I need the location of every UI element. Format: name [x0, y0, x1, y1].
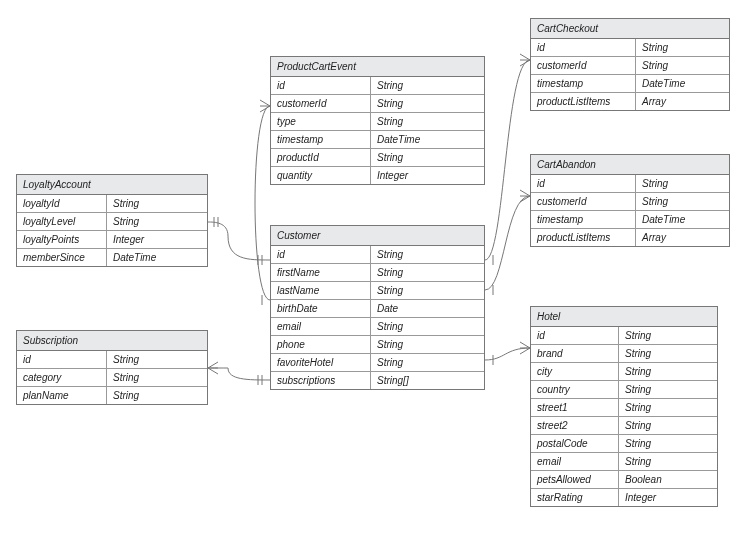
attribute-row: brandString — [531, 344, 717, 362]
attribute-row: starRatingInteger — [531, 488, 717, 506]
attribute-row: street1String — [531, 398, 717, 416]
attribute-row: countryString — [531, 380, 717, 398]
attribute-row: customerIdString — [531, 56, 729, 74]
attribute-name: category — [17, 369, 107, 386]
attribute-name: customerId — [271, 95, 371, 112]
attribute-row: customerIdString — [271, 94, 484, 112]
attribute-row: street2String — [531, 416, 717, 434]
attribute-name: timestamp — [531, 211, 636, 228]
attribute-type: String — [619, 327, 717, 344]
attribute-type: String — [371, 282, 484, 299]
attribute-name: country — [531, 381, 619, 398]
rel-customer-hotel — [485, 348, 530, 360]
attribute-type: String — [371, 95, 484, 112]
attribute-type: DateTime — [636, 211, 729, 228]
attribute-row: loyaltyPointsInteger — [17, 230, 207, 248]
attribute-type: String — [371, 318, 484, 335]
attribute-row: timestampDateTime — [531, 74, 729, 92]
entity-attributes: idStringbrandStringcityStringcountryStri… — [531, 327, 717, 506]
attribute-row: idString — [531, 39, 729, 56]
entity-product-cart-event: ProductCartEventidStringcustomerIdString… — [270, 56, 485, 185]
attribute-row: planNameString — [17, 386, 207, 404]
entity-attributes: idStringfirstNameStringlastNameStringbir… — [271, 246, 484, 389]
attribute-row: typeString — [271, 112, 484, 130]
attribute-type: String — [619, 381, 717, 398]
attribute-name: street2 — [531, 417, 619, 434]
attribute-type: DateTime — [107, 249, 207, 266]
attribute-row: loyaltyLevelString — [17, 212, 207, 230]
attribute-name: id — [531, 39, 636, 56]
attribute-row: customerIdString — [531, 192, 729, 210]
attribute-row: timestampDateTime — [531, 210, 729, 228]
attribute-type: Integer — [371, 167, 484, 184]
attribute-row: postalCodeString — [531, 434, 717, 452]
attribute-name: id — [17, 351, 107, 368]
attribute-name: customerId — [531, 57, 636, 74]
entity-customer: CustomeridStringfirstNameStringlastNameS… — [270, 225, 485, 390]
attribute-type: Boolean — [619, 471, 717, 488]
attribute-type: String — [619, 453, 717, 470]
attribute-row: idString — [271, 77, 484, 94]
attribute-type: String — [619, 417, 717, 434]
entity-title: Subscription — [17, 331, 207, 351]
entity-title: CartAbandon — [531, 155, 729, 175]
attribute-type: String — [636, 193, 729, 210]
entity-cart-abandon: CartAbandonidStringcustomerIdStringtimes… — [530, 154, 730, 247]
entity-title: Customer — [271, 226, 484, 246]
attribute-name: favoriteHotel — [271, 354, 371, 371]
attribute-type: String — [371, 149, 484, 166]
attribute-name: lastName — [271, 282, 371, 299]
attribute-type: String — [636, 175, 729, 192]
attribute-name: productListItems — [531, 93, 636, 110]
attribute-type: Array — [636, 229, 729, 246]
entity-attributes: idStringcustomerIdStringtimestampDateTim… — [531, 175, 729, 246]
attribute-name: phone — [271, 336, 371, 353]
attribute-type: String — [371, 113, 484, 130]
rel-customer-pce — [255, 106, 270, 300]
attribute-type: String[] — [371, 372, 484, 389]
attribute-name: brand — [531, 345, 619, 362]
attribute-row: productListItemsArray — [531, 228, 729, 246]
attribute-type: String — [371, 77, 484, 94]
attribute-row: phoneString — [271, 335, 484, 353]
attribute-type: Date — [371, 300, 484, 317]
attribute-type: Integer — [107, 231, 207, 248]
attribute-type: DateTime — [371, 131, 484, 148]
attribute-name: postalCode — [531, 435, 619, 452]
attribute-name: subscriptions — [271, 372, 371, 389]
attribute-row: idString — [17, 351, 207, 368]
entity-cart-checkout: CartCheckoutidStringcustomerIdStringtime… — [530, 18, 730, 111]
attribute-name: id — [531, 175, 636, 192]
rel-customer-subscription — [208, 368, 270, 380]
attribute-name: firstName — [271, 264, 371, 281]
attribute-row: idString — [531, 175, 729, 192]
attribute-type: String — [619, 363, 717, 380]
entity-attributes: idStringcategoryStringplanNameString — [17, 351, 207, 404]
entity-title: ProductCartEvent — [271, 57, 484, 77]
attribute-name: id — [271, 246, 371, 263]
attribute-name: memberSince — [17, 249, 107, 266]
attribute-type: String — [371, 354, 484, 371]
attribute-type: String — [107, 387, 207, 404]
attribute-type: Integer — [619, 489, 717, 506]
attribute-name: productId — [271, 149, 371, 166]
attribute-type: Array — [636, 93, 729, 110]
attribute-name: productListItems — [531, 229, 636, 246]
entity-loyalty-account: LoyaltyAccountloyaltyIdStringloyaltyLeve… — [16, 174, 208, 267]
attribute-type: DateTime — [636, 75, 729, 92]
attribute-type: String — [107, 369, 207, 386]
attribute-row: firstNameString — [271, 263, 484, 281]
attribute-name: id — [531, 327, 619, 344]
attribute-name: street1 — [531, 399, 619, 416]
entity-title: CartCheckout — [531, 19, 729, 39]
attribute-row: lastNameString — [271, 281, 484, 299]
attribute-row: loyaltyIdString — [17, 195, 207, 212]
attribute-type: String — [107, 351, 207, 368]
attribute-name: timestamp — [271, 131, 371, 148]
attribute-row: categoryString — [17, 368, 207, 386]
entity-attributes: idStringcustomerIdStringtypeStringtimest… — [271, 77, 484, 184]
attribute-row: emailString — [271, 317, 484, 335]
attribute-name: email — [271, 318, 371, 335]
attribute-name: city — [531, 363, 619, 380]
attribute-type: String — [371, 246, 484, 263]
